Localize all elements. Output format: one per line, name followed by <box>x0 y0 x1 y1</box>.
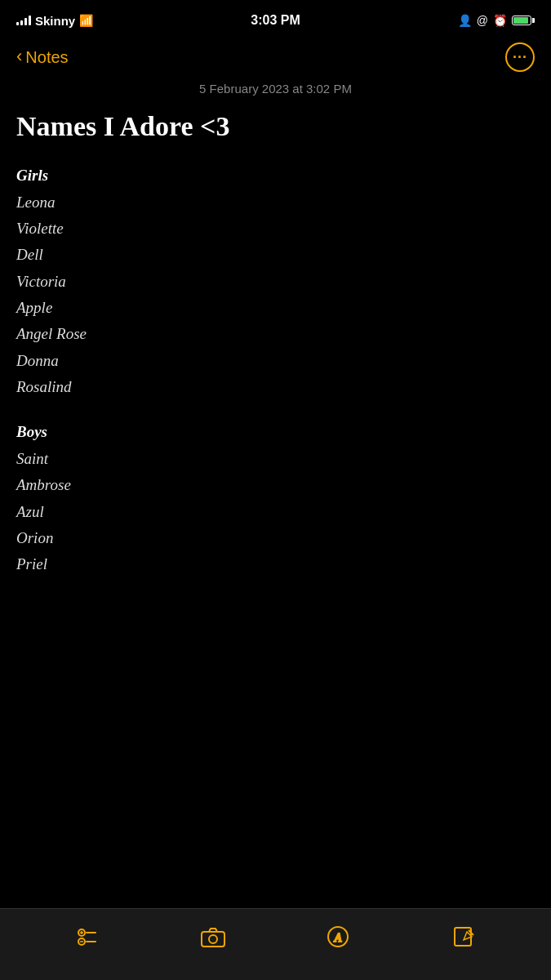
signal-bar-4 <box>29 16 31 25</box>
name-orion: Orion <box>16 525 535 551</box>
name-ambrose: Ambrose <box>16 472 535 498</box>
girls-section: Girls Leona Violette Dell Victoria Apple… <box>16 167 535 400</box>
bottom-toolbar: A <box>0 908 551 980</box>
battery-indicator <box>512 16 535 25</box>
battery-tip <box>532 18 535 23</box>
compose-button[interactable] <box>446 919 482 955</box>
svg-rect-7 <box>202 932 224 947</box>
svg-point-8 <box>209 935 217 943</box>
markup-button[interactable]: A <box>320 919 356 955</box>
note-content: 5 February 2023 at 3:02 PM Names I Adore… <box>0 82 551 578</box>
status-time: 3:03 PM <box>251 13 300 28</box>
back-label: Notes <box>25 48 68 67</box>
name-victoria: Victoria <box>16 269 535 295</box>
name-priel: Priel <box>16 551 535 577</box>
name-leona: Leona <box>16 189 535 216</box>
signal-bar-3 <box>24 18 27 25</box>
boys-section: Boys Saint Ambrose Azul Orion Priel <box>16 423 535 577</box>
battery-body <box>512 16 531 25</box>
name-apple: Apple <box>16 295 535 321</box>
name-azul: Azul <box>16 499 535 525</box>
status-right: 👤 @ ⏰ <box>458 14 535 27</box>
back-chevron-icon: ‹ <box>16 46 22 67</box>
signal-bar-1 <box>16 22 19 25</box>
note-title: Names I Adore <3 <box>16 110 535 144</box>
name-saint: Saint <box>16 446 535 472</box>
camera-button[interactable] <box>195 919 231 955</box>
note-date: 5 February 2023 at 3:02 PM <box>16 82 535 96</box>
signal-bar-2 <box>20 20 23 25</box>
name-violette: Violette <box>16 216 535 242</box>
signal-bars <box>16 16 31 25</box>
alarm-icon: ⏰ <box>493 14 507 27</box>
name-dell: Dell <box>16 242 535 268</box>
at-icon: @ <box>477 14 488 27</box>
person-icon: 👤 <box>458 14 472 27</box>
more-dots: ··· <box>513 49 527 66</box>
more-button[interactable]: ··· <box>505 42 535 72</box>
status-bar: Skinny 📶 3:03 PM 👤 @ ⏰ <box>0 0 551 36</box>
status-left: Skinny 📶 <box>16 14 93 28</box>
name-rosalind: Rosalind <box>16 374 535 400</box>
back-button[interactable]: ‹ Notes <box>16 47 69 67</box>
boys-header: Boys <box>16 423 535 441</box>
name-donna: Donna <box>16 348 535 374</box>
name-angel-rose: Angel Rose <box>16 321 535 347</box>
girls-header: Girls <box>16 167 535 185</box>
carrier-name: Skinny <box>35 14 75 28</box>
battery-fill <box>513 17 528 24</box>
nav-bar: ‹ Notes ··· <box>0 36 551 82</box>
checklist-button[interactable] <box>69 919 105 955</box>
wifi-icon: 📶 <box>79 14 93 27</box>
svg-text:A: A <box>334 932 342 944</box>
